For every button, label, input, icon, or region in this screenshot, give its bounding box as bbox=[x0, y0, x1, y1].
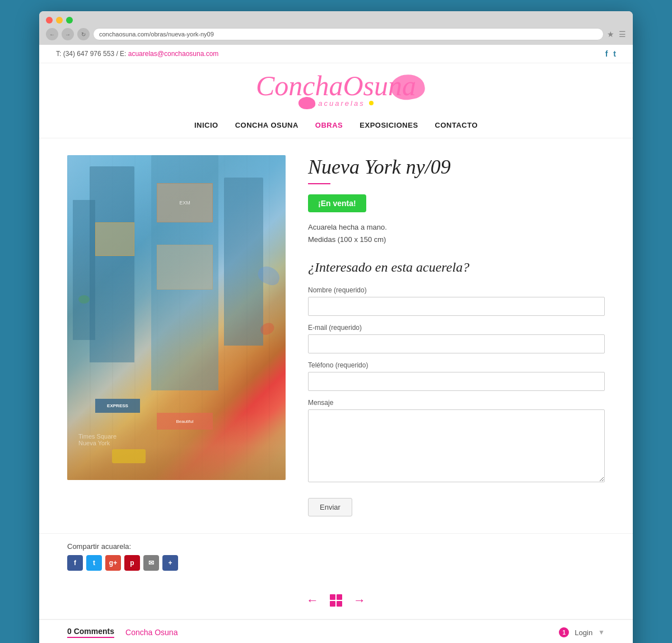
next-artwork-button[interactable]: → bbox=[353, 593, 366, 608]
main-content: EXM EXPRESS Beautiful bbox=[39, 138, 633, 533]
maximize-dot[interactable] bbox=[66, 17, 73, 24]
nombre-group: Nombre (requerido) bbox=[308, 286, 605, 316]
social-links: f t bbox=[605, 49, 616, 58]
main-nav: INICIO CONCHA OSUNA OBRAS EXPOSICIONES C… bbox=[39, 114, 633, 138]
nombre-label: Nombre (requerido) bbox=[308, 286, 605, 294]
mensaje-textarea[interactable] bbox=[308, 409, 605, 482]
title-underline bbox=[308, 183, 330, 184]
mensaje-group: Mensaje bbox=[308, 399, 605, 484]
browser-window: ← → ↻ conchaosuna.com/obras/nueva-york-n… bbox=[39, 11, 633, 643]
googleplus-share-button[interactable]: g+ bbox=[105, 555, 121, 571]
telefono-group: Teléfono (requerido) bbox=[308, 361, 605, 391]
logo[interactable]: ConchaOsuna acuarelas bbox=[256, 72, 416, 111]
address-bar[interactable]: conchaosuna.com/obras/nueva-york-ny09 bbox=[93, 28, 604, 40]
share-buttons: f t g+ p ✉ + bbox=[67, 555, 605, 571]
artwork-nav: ← → bbox=[39, 582, 633, 619]
browser-dots bbox=[46, 17, 626, 24]
twitter-share-button[interactable]: t bbox=[86, 555, 102, 571]
nav-obras[interactable]: OBRAS bbox=[315, 121, 343, 129]
artwork-title: Nueva York ny/09 bbox=[308, 155, 605, 179]
login-badge: 1 bbox=[559, 627, 569, 637]
browser-chrome: ← → ↻ conchaosuna.com/obras/nueva-york-n… bbox=[39, 11, 633, 45]
buildings-decoration: EXM EXPRESS Beautiful bbox=[67, 155, 286, 480]
nav-exposiciones[interactable]: EXPOSICIONES bbox=[360, 121, 418, 129]
nav-inicio[interactable]: INICIO bbox=[194, 121, 218, 129]
mensaje-label: Mensaje bbox=[308, 399, 605, 407]
nombre-input[interactable] bbox=[308, 297, 605, 316]
telefono-input[interactable] bbox=[308, 372, 605, 391]
comments-section: 0 Comments Concha Osuna 1 Login ▼ bbox=[39, 619, 633, 643]
top-bar: T: (34) 647 976 553 / E: acuarelas@conch… bbox=[39, 45, 633, 63]
email-group: E-mail (requerido) bbox=[308, 324, 605, 353]
facebook-share-button[interactable]: f bbox=[67, 555, 83, 571]
login-chevron: ▼ bbox=[598, 628, 605, 636]
page-content: T: (34) 647 976 553 / E: acuarelas@conch… bbox=[39, 45, 633, 643]
email-label: E-mail (requerido) bbox=[308, 324, 605, 332]
minimize-dot[interactable] bbox=[56, 17, 63, 24]
grid-cell-3 bbox=[330, 601, 335, 607]
browser-toolbar: ← → ↻ conchaosuna.com/obras/nueva-york-n… bbox=[46, 28, 626, 40]
close-dot[interactable] bbox=[46, 17, 53, 24]
grid-cell-2 bbox=[337, 594, 342, 600]
nav-contacto[interactable]: CONTACTO bbox=[435, 121, 478, 129]
grid-cell-4 bbox=[337, 601, 342, 607]
contact-info: T: (34) 647 976 553 / E: acuarelas@conch… bbox=[56, 50, 218, 58]
back-button[interactable]: ← bbox=[46, 28, 58, 40]
email-share-button[interactable]: ✉ bbox=[143, 555, 159, 571]
facebook-link[interactable]: f bbox=[605, 49, 608, 58]
grid-cell-1 bbox=[330, 594, 335, 600]
interest-title: ¿Interesado en esta acuerela? bbox=[308, 260, 605, 275]
share-section: Compartir acuarela: f t g+ p ✉ + bbox=[39, 533, 633, 582]
pinterest-share-button[interactable]: p bbox=[124, 555, 140, 571]
forward-button[interactable]: → bbox=[62, 28, 74, 40]
more-share-button[interactable]: + bbox=[162, 555, 178, 571]
right-panel: Nueva York ny/09 ¡En venta! Acuarela hec… bbox=[308, 155, 605, 516]
comments-author[interactable]: Concha Osuna bbox=[125, 628, 178, 637]
email-link[interactable]: acuarelas@conchaosuna.com bbox=[128, 50, 219, 58]
comments-left: 0 Comments Concha Osuna bbox=[67, 627, 178, 638]
artwork-description: Acuarela hecha a mano. Medidas (100 x 15… bbox=[308, 221, 605, 246]
telefono-label: Teléfono (requerido) bbox=[308, 361, 605, 369]
browser-icons: ★ ☰ bbox=[607, 30, 626, 39]
refresh-button[interactable]: ↻ bbox=[77, 28, 90, 40]
artwork-image: EXM EXPRESS Beautiful bbox=[67, 155, 286, 480]
comments-count: 0 Comments bbox=[67, 627, 114, 638]
twitter-link[interactable]: t bbox=[613, 49, 616, 58]
sale-badge[interactable]: ¡En venta! bbox=[308, 194, 366, 212]
star-icon[interactable]: ★ bbox=[607, 30, 614, 39]
logo-text: ConchaOsuna bbox=[256, 72, 416, 100]
logo-area: ConchaOsuna acuarelas bbox=[39, 63, 633, 114]
prev-artwork-button[interactable]: ← bbox=[306, 593, 319, 608]
grid-view-button[interactable] bbox=[330, 594, 342, 607]
share-label: Compartir acuarela: bbox=[67, 542, 605, 551]
menu-icon[interactable]: ☰ bbox=[619, 30, 626, 39]
comments-right: 1 Login ▼ bbox=[559, 627, 605, 637]
submit-button[interactable]: Enviar bbox=[308, 498, 352, 516]
email-input[interactable] bbox=[308, 334, 605, 353]
login-button[interactable]: Login bbox=[575, 628, 592, 637]
nav-concha-osuna[interactable]: CONCHA OSUNA bbox=[235, 121, 298, 129]
